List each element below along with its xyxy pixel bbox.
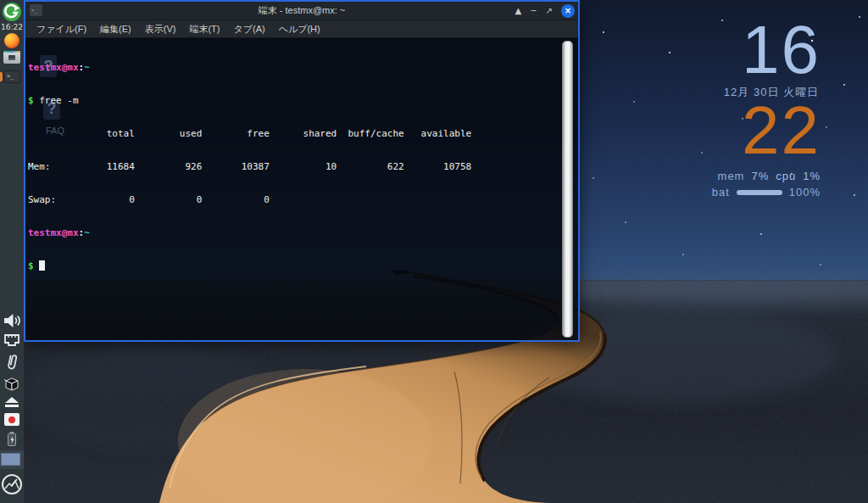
command-line: $ free -m: [28, 95, 471, 106]
package-tray-item[interactable]: [0, 376, 24, 392]
cpu-label: cpu: [776, 170, 796, 182]
eject-tray-item[interactable]: [0, 396, 24, 408]
firefox-launcher[interactable]: [0, 33, 24, 48]
terminal-window[interactable]: >_ 端末 - testmx@mx: ~ ▲ − ↗ × ファイル(F) 編集(…: [24, 0, 580, 342]
workspace-1[interactable]: [1, 453, 20, 466]
active-window-indicator: [0, 72, 3, 81]
text-cursor: [39, 260, 45, 271]
menu-edit[interactable]: 編集(E): [94, 21, 137, 37]
volume-icon: [2, 312, 22, 329]
app-menu-button[interactable]: [0, 2, 24, 22]
system-monitor-icon: [1, 472, 23, 496]
terminal-menubar: ファイル(F) 編集(E) 表示(V) 端末(T) タブ(A) ヘルプ(H): [25, 20, 578, 38]
menu-file[interactable]: ファイル(F): [31, 21, 92, 37]
network-tray-item[interactable]: [0, 333, 24, 349]
input-line[interactable]: $: [28, 260, 471, 271]
battery-icon: [6, 430, 18, 448]
maximize-button[interactable]: ↗: [546, 7, 553, 15]
input-method-ja-icon: [4, 413, 19, 426]
prompt-path: ~: [84, 62, 90, 73]
system-monitor-tray-item[interactable]: [0, 472, 24, 496]
prompt-symbol: $: [28, 260, 39, 271]
cpu-value: 1%: [803, 170, 821, 182]
app-menu-icon: [2, 2, 22, 22]
package-box-icon: [3, 376, 21, 392]
volume-tray-item[interactable]: [0, 312, 24, 329]
conky-widget: 16 12月 30日 火曜日 22 mem7%cpu1% bat 100%: [668, 17, 821, 198]
battery-tray-item[interactable]: [0, 430, 24, 448]
prompt-line-1: testmx@mx:~: [28, 62, 471, 73]
command-text: free -m: [39, 95, 78, 106]
workspace-pager[interactable]: [0, 450, 24, 469]
firefox-icon: [4, 33, 19, 48]
prompt-path: ~: [84, 227, 90, 238]
file-manager-launcher[interactable]: [0, 51, 24, 64]
bat-value: 100%: [789, 186, 821, 198]
menu-view[interactable]: 表示(V): [139, 21, 182, 37]
file-manager-icon: [3, 51, 20, 64]
close-button[interactable]: ×: [561, 4, 575, 18]
menu-tabs[interactable]: タブ(A): [227, 21, 270, 37]
terminal-launcher-icon: >_: [3, 70, 20, 83]
terminal-title: 端末 - testmx@mx: ~: [25, 4, 578, 17]
prompt-user: testmx@mx: [28, 227, 79, 238]
bat-label: bat: [712, 186, 730, 198]
input-method-tray-item[interactable]: [0, 413, 24, 426]
shade-button[interactable]: ▲: [515, 7, 522, 15]
terminal-titlebar[interactable]: >_ 端末 - testmx@mx: ~ ▲ − ↗ ×: [25, 2, 578, 20]
free-mem-row: Mem: 11684 926 10387 10 622 10758: [28, 161, 471, 172]
conky-battery: bat 100%: [668, 186, 821, 198]
terminal-window-icon: >_: [30, 4, 42, 16]
terminal-content-area[interactable]: ? ? FAQ testmx@mx:~ $ free -m total used…: [25, 38, 578, 342]
terminal-scrollbar[interactable]: [562, 41, 573, 338]
free-swap-row: Swap: 0 0 0: [28, 194, 471, 205]
terminal-launcher[interactable]: >_: [0, 70, 24, 83]
battery-bar: [737, 190, 782, 195]
prompt-user: testmx@mx: [28, 62, 79, 73]
menu-help[interactable]: ヘルプ(H): [273, 21, 326, 37]
conky-minute: 22: [668, 100, 821, 161]
clipboard-paperclip-icon: [4, 353, 19, 372]
mem-value: 7%: [751, 170, 769, 182]
eject-icon: [3, 396, 20, 408]
conky-hour: 16: [668, 17, 821, 83]
terminal-output: testmx@mx:~ $ free -m total used free sh…: [28, 40, 471, 293]
prompt-symbol: $: [28, 95, 39, 106]
free-header-row: total used free shared buff/cache availa…: [28, 128, 471, 139]
sidebar-panel: 16:22 >_: [0, 0, 24, 503]
clipboard-tray-item[interactable]: [0, 353, 24, 372]
mem-label: mem: [718, 170, 745, 182]
sidebar-clock: 16:22: [0, 23, 24, 31]
network-icon: [3, 333, 21, 349]
conky-stats: mem7%cpu1%: [668, 170, 821, 182]
prompt-line-2: testmx@mx:~: [28, 227, 471, 238]
menu-terminal[interactable]: 端末(T): [183, 21, 225, 37]
minimize-button[interactable]: −: [530, 7, 537, 15]
